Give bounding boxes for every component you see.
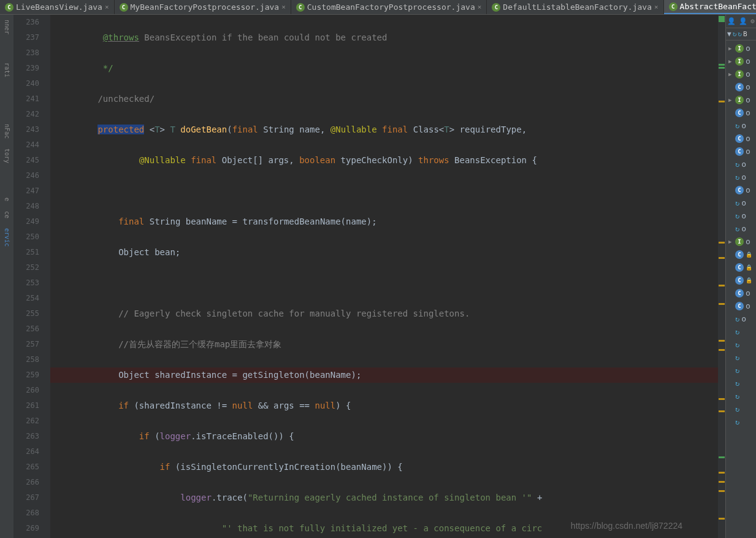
class-icon: C xyxy=(735,289,744,298)
node-badge: o xyxy=(746,69,750,79)
stripe-mark[interactable] xyxy=(719,410,725,412)
tab-mybeanfactory[interactable]: C MyBeanFactoryPostprocessor.java × xyxy=(115,0,291,14)
hierarchy-node[interactable]: ↻ xyxy=(726,402,756,415)
hierarchy-node[interactable]: ↻ xyxy=(726,351,756,364)
tab-defaultlistable[interactable]: C DefaultListableBeanFactory.java × xyxy=(487,0,663,14)
gear-icon[interactable]: ⚙ xyxy=(750,17,755,25)
sidebar-item-1[interactable]: nner xyxy=(2,15,12,39)
java-class-icon: C xyxy=(5,3,13,12)
stripe-mark[interactable] xyxy=(719,349,725,351)
tab-label: MyBeanFactoryPostprocessor.java xyxy=(131,2,280,12)
hierarchy-node[interactable]: Co xyxy=(726,145,756,158)
stripe-mark[interactable] xyxy=(719,518,725,520)
interface-icon: I xyxy=(735,44,744,53)
stripe-mark[interactable] xyxy=(719,101,725,102)
interface-icon: I xyxy=(735,70,744,79)
code-editor: 236 237 238 239 240 241 242 243 244 245 … xyxy=(13,15,725,538)
stripe-mark[interactable] xyxy=(719,285,725,286)
hierarchy-node[interactable]: ↻o xyxy=(726,312,756,325)
sidebar-item-2[interactable]: rati xyxy=(2,58,12,82)
node-badge: o xyxy=(746,237,750,246)
line-number[interactable]: 239 xyxy=(13,61,50,76)
stripe-mark[interactable] xyxy=(719,303,725,305)
class-icon: C xyxy=(735,276,744,285)
stripe-mark[interactable] xyxy=(719,257,725,259)
hierarchy-node[interactable]: ↻ xyxy=(726,364,756,377)
hierarchy-node[interactable]: ↻o xyxy=(726,222,756,235)
class-icon: C xyxy=(735,83,744,91)
line-number: 266 xyxy=(13,475,50,490)
stripe-mark[interactable] xyxy=(719,398,725,400)
hierarchy-node[interactable]: ▶Io xyxy=(726,55,756,67)
refresh-icon[interactable]: ↻ xyxy=(738,30,742,38)
hierarchy-node[interactable]: C🔒 xyxy=(726,274,756,286)
hierarchy-node[interactable]: ▶Io xyxy=(726,93,756,106)
hierarchy-node[interactable]: ↻o xyxy=(726,158,756,171)
hierarchy-node[interactable]: Co xyxy=(726,183,756,196)
hierarchy-node[interactable]: ▶Io xyxy=(726,67,756,80)
hierarchy-node[interactable]: ↻o xyxy=(726,209,756,222)
line-number: 248 xyxy=(13,199,50,214)
stripe-mark[interactable] xyxy=(719,472,725,474)
code-content[interactable]: @throws BeansException if the bean could… xyxy=(50,15,718,538)
error-stripe[interactable] xyxy=(718,15,725,538)
refresh-icon: ↻ xyxy=(735,353,739,362)
hierarchy-node[interactable]: ▶Io xyxy=(726,42,756,55)
node-badge: o xyxy=(746,108,750,117)
hierarchy-node[interactable]: C🔒 xyxy=(726,248,756,261)
close-icon[interactable]: × xyxy=(281,3,286,11)
sidebar-item-6[interactable]: ce xyxy=(2,206,12,223)
hierarchy-node[interactable]: ↻o xyxy=(726,119,756,132)
tab-livebeans[interactable]: C LiveBeansView.java × xyxy=(0,0,115,14)
person-icon[interactable]: 👤 xyxy=(727,17,736,25)
line-number: 242 xyxy=(13,107,50,122)
stripe-mark[interactable] xyxy=(719,456,725,458)
close-icon[interactable]: × xyxy=(478,3,482,11)
code-text: /unchecked/ xyxy=(97,94,155,104)
stripe-mark[interactable] xyxy=(719,67,725,69)
hierarchy-node[interactable]: Co xyxy=(726,132,756,145)
hierarchy-node[interactable]: ▶Io xyxy=(726,235,756,248)
hierarchy-node[interactable]: ↻o xyxy=(726,171,756,183)
tab-abstractbeanfactory[interactable]: C AbstractBeanFactory.java × xyxy=(664,0,756,14)
lock-icon: 🔒 xyxy=(746,252,752,258)
hierarchy-node[interactable]: Co xyxy=(726,80,756,93)
sidebar-item-5[interactable]: e xyxy=(2,193,12,206)
hierarchy-node[interactable]: ↻ xyxy=(726,377,756,390)
sidebar-item-7[interactable]: ervic xyxy=(2,223,12,252)
stripe-mark[interactable] xyxy=(719,242,725,244)
line-number: 269 xyxy=(13,521,50,536)
sidebar-item-3[interactable]: nFac xyxy=(2,119,12,144)
stripe-mark[interactable] xyxy=(719,64,725,66)
hierarchy-node[interactable]: ↻ xyxy=(726,325,756,338)
person-icon[interactable]: 👤 xyxy=(739,17,747,25)
hierarchy-tree[interactable]: ▶Io ▶Io ▶Io Co ▶Io Co ↻o Co Co ↻o ↻o Co … xyxy=(726,40,756,538)
stripe-mark[interactable] xyxy=(719,490,725,492)
hierarchy-node[interactable]: ↻ xyxy=(726,338,756,351)
close-icon[interactable]: × xyxy=(105,3,109,11)
node-badge: o xyxy=(741,211,746,220)
class-icon: C xyxy=(735,186,744,194)
line-number: 256 xyxy=(13,321,50,337)
hierarchy-node[interactable]: ↻ xyxy=(726,415,756,428)
line-number[interactable]: 247 xyxy=(13,183,50,199)
line-number: 251 xyxy=(13,245,50,260)
refresh-icon: ↻ xyxy=(735,121,739,130)
hierarchy-node[interactable]: Co xyxy=(726,286,756,299)
line-number: 254 xyxy=(13,291,50,306)
node-badge: o xyxy=(746,147,750,156)
hierarchy-node[interactable]: ↻ xyxy=(726,390,756,402)
hierarchy-node[interactable]: Co xyxy=(726,299,756,312)
sidebar-item-4[interactable]: tory xyxy=(2,144,12,168)
stripe-mark[interactable] xyxy=(719,481,725,483)
refresh-icon[interactable]: ↻ xyxy=(733,30,737,38)
hierarchy-node[interactable]: Co xyxy=(726,106,756,119)
hierarchy-node[interactable]: C🔒 xyxy=(726,261,756,274)
tab-custombeanfactory[interactable]: C CustomBeanFactoryPostprocessor.java × xyxy=(291,0,487,14)
node-badge: o xyxy=(746,301,750,310)
close-icon[interactable]: × xyxy=(654,3,659,11)
hierarchy-node[interactable]: ↻o xyxy=(726,196,756,209)
refresh-icon: ↻ xyxy=(735,315,739,323)
chevron-down-icon[interactable]: ▼ xyxy=(727,30,731,38)
stripe-mark[interactable] xyxy=(719,340,725,342)
